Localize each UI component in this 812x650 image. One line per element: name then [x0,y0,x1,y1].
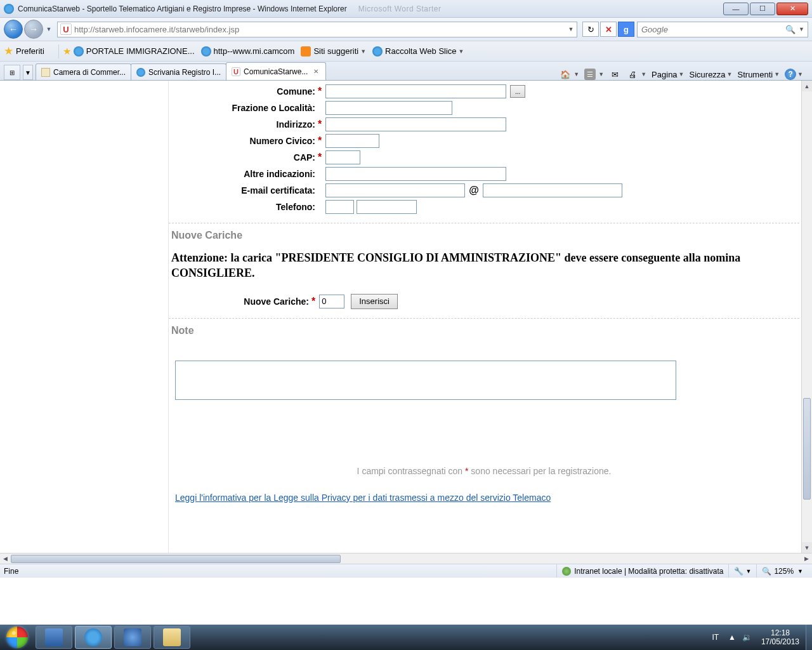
required-footer-note: I campi contrassegnati con * sono necess… [169,466,799,476]
tab-scrivania[interactable]: Scrivania Registro I... [131,63,226,80]
close-tab-icon[interactable]: ✕ [311,67,320,76]
favorites-star-icon[interactable]: ★ [4,44,13,58]
tab-label: Camera di Commer... [53,68,126,77]
scroll-right-button[interactable]: ▶ [801,554,812,564]
required-marker: * [311,296,315,307]
telefono-prefix-input[interactable] [325,200,354,214]
safety-menu[interactable]: Sicurezza▼ [690,70,733,79]
volume-icon[interactable]: 🔉 [742,633,752,642]
search-dropdown[interactable]: ▼ [799,26,808,32]
home-button[interactable]: 🏠▼ [560,69,579,80]
stop-button[interactable]: ✕ [600,22,617,37]
thunderbird-icon [124,628,141,646]
taskbar-thunderbird[interactable] [114,626,151,649]
quick-tabs-button[interactable]: ⊞ [4,65,20,80]
ie-icon [84,628,102,646]
search-provider-icon[interactable]: g [618,22,634,37]
tools-menu[interactable]: Strumenti▼ [738,70,780,79]
taskbar-word[interactable] [36,626,72,649]
windows-taskbar: IT ▲ 🔉 12:18 17/05/2013 [0,625,812,650]
separator [58,44,59,58]
scroll-track[interactable] [11,555,801,563]
site-icon: U [60,23,72,35]
read-mail-button[interactable]: ✉ [609,69,622,80]
maximize-button[interactable]: ☐ [750,3,775,15]
telefono-number-input[interactable] [357,200,417,214]
horizontal-scrollbar[interactable]: ◀ ▶ [0,553,812,564]
show-desktop-button[interactable] [806,625,812,650]
language-indicator[interactable]: IT [705,633,725,642]
search-input[interactable] [638,25,782,34]
print-button[interactable]: 🖨▼ [627,69,646,80]
email-domain-input[interactable] [483,183,622,197]
scroll-thumb[interactable] [11,555,341,563]
scroll-down-button[interactable]: ▼ [802,542,812,553]
scroll-thumb[interactable] [803,398,811,500]
clock[interactable]: 12:18 17/05/2013 [755,628,806,647]
nuove-cariche-input[interactable] [319,295,344,308]
tab-list-dropdown[interactable]: ▼ [23,65,33,80]
favorites-label[interactable]: Preferiti [16,46,44,56]
inserisci-button[interactable]: Inserisci [351,294,398,309]
bookmark-label: Siti suggeriti [313,46,358,56]
comune-browse-button[interactable]: ... [510,85,525,98]
taskbar-ie[interactable] [75,626,112,649]
url-input[interactable] [74,25,565,34]
security-zone[interactable]: Intranet locale | Modalità protetta: dis… [556,564,728,578]
vertical-scrollbar[interactable]: ▲ ▼ [801,81,812,553]
forward-button[interactable]: → [24,20,43,39]
bookmark-label: http--www.mi.camcom [214,46,295,56]
add-favorite-icon[interactable]: ★ [63,46,71,57]
show-hidden-icons[interactable]: ▲ [728,633,736,642]
start-button[interactable] [0,625,34,650]
minimize-button[interactable]: — [723,3,749,15]
menu-label: Sicurezza [690,70,726,79]
comune-input[interactable] [325,84,506,98]
close-button[interactable]: ✕ [776,3,808,15]
scroll-left-button[interactable]: ◀ [0,554,11,564]
altre-input[interactable] [325,167,506,181]
nav-history-dropdown[interactable]: ▼ [44,26,53,32]
site-icon: U [232,67,240,76]
civico-input[interactable] [325,134,379,148]
telefono-label: Telefono: [169,202,318,212]
page-menu[interactable]: Pagina▼ [652,70,684,79]
email-local-input[interactable] [325,183,465,197]
back-button[interactable]: ← [4,20,23,39]
help-button[interactable]: ?▼ [785,69,803,80]
frazione-input[interactable] [325,101,452,115]
indirizzo-input[interactable] [325,117,506,131]
nuove-cariche-label: Nuove Cariche: [169,296,311,307]
bookmark-siti-suggeriti[interactable]: Siti suggeriti ▼ [301,46,366,56]
required-marker: * [318,119,322,130]
nuove-cariche-section: Nuove Cariche Attenzione: la carica "PRE… [169,230,799,319]
scroll-up-button[interactable]: ▲ [802,81,812,91]
help-icon: ? [785,69,796,80]
zoom-control[interactable]: 🔍 125% ▼ [756,564,808,578]
clock-date: 17/05/2013 [761,637,799,646]
left-sidebar [0,81,168,553]
taskbar-explorer[interactable] [154,626,190,649]
window-title: ComunicaStarweb - Sportello Telematico A… [18,4,347,13]
feeds-button[interactable]: ☰▼ [584,69,604,80]
note-textarea[interactable] [175,361,676,400]
refresh-button[interactable]: ↻ [582,22,599,37]
cap-input[interactable] [325,150,360,164]
window-titlebar: ComunicaStarweb - Sportello Telematico A… [0,0,812,18]
bookmark-label: Raccolta Web Slice [385,46,456,56]
bookmark-portale[interactable]: PORTALE IMMIGRAZIONE... [74,46,195,56]
feed-icon [301,46,311,56]
privacy-link[interactable]: Leggi l'informativa per la Legge sulla P… [175,493,551,503]
search-icon[interactable]: 🔍 [782,25,799,34]
search-box[interactable]: 🔍 ▼ [637,22,808,37]
tab-comunica-starweb[interactable]: U ComunicaStarwe... ✕ [226,62,326,80]
bookmark-camcom[interactable]: http--www.mi.camcom [201,46,295,56]
bookmark-raccolta-web-slice[interactable]: Raccolta Web Slice ▼ [372,46,464,56]
url-dropdown[interactable]: ▼ [565,26,577,32]
protected-mode-toggle[interactable]: 🔧▼ [728,564,756,578]
tab-camera[interactable]: Camera di Commer... [36,63,131,80]
ie-icon [201,46,211,56]
address-bar[interactable]: U ▼ [57,22,577,37]
frazione-label: Frazione o Località: [169,103,318,113]
zoom-value: 125% [774,567,794,576]
